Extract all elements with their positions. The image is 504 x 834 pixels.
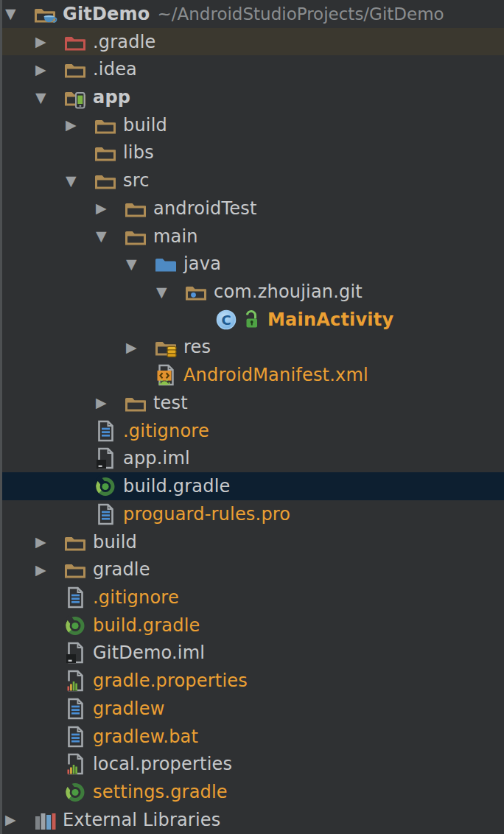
tree-item-label: gradle — [93, 559, 150, 580]
tree-row-com-zhoujian-git[interactable]: ▼com.zhoujian.git — [0, 278, 504, 306]
triangle-down-icon[interactable]: ▼ — [35, 91, 63, 105]
tree-item-label: androidTest — [153, 198, 257, 219]
tree-row-proguard-rules-pro[interactable]: proguard-rules.pro — [0, 500, 504, 528]
tree-item-label: GitDemo — [63, 4, 150, 24]
tree-row-androidtest[interactable]: ▶androidTest — [0, 195, 504, 222]
folder-icon — [93, 140, 118, 165]
triangle-right-icon[interactable]: ▶ — [35, 35, 63, 49]
tree-item-label: build.gradle — [123, 476, 231, 497]
folder-icon — [63, 557, 88, 582]
tree-row-gradle[interactable]: ▶gradle — [0, 556, 504, 584]
triangle-down-icon[interactable]: ▼ — [95, 229, 123, 243]
tree-row-gitdemo-iml[interactable]: GitDemo.iml — [0, 639, 504, 667]
triangle-right-icon[interactable]: ▶ — [125, 340, 153, 354]
tree-item-label: build — [93, 532, 137, 553]
tree-row--gitignore[interactable]: .gitignore — [0, 584, 504, 612]
tree-item-label: .gitignore — [93, 587, 179, 608]
tree-row-src[interactable]: ▼src — [0, 167, 504, 195]
tree-row-test[interactable]: ▶test — [0, 389, 504, 417]
folder-icon — [123, 224, 148, 249]
tree-row--gitignore[interactable]: .gitignore — [0, 417, 504, 445]
properties-file-icon — [63, 668, 88, 693]
tree-item-label: build.gradle — [93, 615, 200, 636]
project-path: ~/AndroidStudioProjects/GitDemo — [158, 4, 444, 24]
android-module-icon — [63, 85, 88, 110]
tree-item-label: proguard-rules.pro — [123, 504, 290, 525]
tree-item-label: settings.gradle — [93, 782, 228, 802]
triangle-down-icon[interactable]: ▼ — [65, 174, 93, 188]
triangle-right-icon[interactable]: ▶ — [4, 813, 32, 827]
tree-item-label: main — [153, 226, 198, 247]
tree-row-app[interactable]: ▼app — [0, 83, 504, 111]
tree-item-label: gradle.properties — [93, 670, 248, 691]
unlock-icon — [242, 307, 262, 332]
triangle-right-icon[interactable]: ▶ — [95, 201, 123, 215]
triangle-right-icon[interactable]: ▶ — [35, 563, 63, 577]
panel-left-edge — [0, 0, 2, 834]
tree-row-app-iml[interactable]: app.iml — [0, 445, 504, 473]
manifest-file-icon — [153, 362, 178, 388]
tree-row-gradlew-bat[interactable]: gradlew.bat — [0, 723, 504, 751]
class-icon: C — [214, 307, 239, 332]
tree-item-label: build — [123, 115, 167, 136]
tree-row--idea[interactable]: ▶.idea — [0, 55, 504, 83]
triangle-right-icon[interactable]: ▶ — [35, 535, 63, 549]
folder-icon — [123, 390, 148, 416]
tree-row-gradlew[interactable]: gradlew — [0, 695, 504, 723]
tree-row-main[interactable]: ▼main — [0, 222, 504, 250]
tree-row-java[interactable]: ▼java — [0, 250, 504, 278]
gradle-file-icon — [63, 779, 88, 805]
svg-text:C: C — [221, 312, 231, 327]
text-file-icon — [63, 696, 88, 721]
text-file-icon — [63, 724, 88, 749]
tree-row-gradle-properties[interactable]: gradle.properties — [0, 667, 504, 695]
package-icon — [183, 279, 209, 304]
tree-row-libs[interactable]: libs — [0, 139, 504, 167]
tree-item-label: gradlew.bat — [93, 726, 198, 747]
tree-row--gradle[interactable]: ▶.gradle — [0, 28, 504, 56]
folder-icon — [63, 530, 88, 555]
tree-row-gitdemo[interactable]: ▼GitDemo~/AndroidStudioProjects/GitDemo — [0, 0, 504, 28]
tree-item-label: External Libraries — [63, 810, 220, 830]
tree-row-mainactivity[interactable]: CMainActivity — [0, 306, 504, 334]
tree-item-label: GitDemo.iml — [93, 642, 205, 663]
module-file-icon — [63, 640, 88, 665]
tree-item-label: src — [123, 170, 150, 191]
tree-row-local-properties[interactable]: local.properties — [0, 750, 504, 778]
tree-row-settings-gradle[interactable]: settings.gradle — [0, 778, 504, 806]
excluded-folder-icon — [63, 29, 88, 55]
folder-icon — [63, 57, 88, 82]
module-file-icon — [93, 446, 118, 471]
tree-item-label: gradlew — [93, 698, 165, 719]
tree-row-build[interactable]: ▶build — [0, 111, 504, 139]
tree-row-build[interactable]: ▶build — [0, 528, 504, 556]
tree-item-label: AndroidManifest.xml — [183, 365, 368, 385]
tree-item-label: com.zhoujian.git — [214, 281, 363, 302]
tree-row-external-libraries[interactable]: ▶External Libraries — [0, 806, 504, 834]
tree-item-label: java — [183, 253, 221, 274]
source-folder-icon — [153, 251, 178, 276]
gradle-file-icon — [63, 613, 88, 638]
libraries-icon — [32, 807, 57, 833]
tree-item-label: libs — [123, 142, 154, 163]
folder-icon — [93, 113, 118, 138]
triangle-down-icon[interactable]: ▼ — [125, 257, 153, 271]
tree-row-build-gradle[interactable]: build.gradle — [0, 612, 504, 639]
tree-row-build-gradle[interactable]: build.gradle — [0, 472, 504, 500]
triangle-right-icon[interactable]: ▶ — [35, 63, 63, 77]
triangle-right-icon[interactable]: ▶ — [65, 118, 93, 132]
tree-row-androidmanifest-xml[interactable]: AndroidManifest.xml — [0, 361, 504, 389]
tree-item-label: app.iml — [123, 448, 190, 469]
tree-item-label: app — [93, 87, 130, 108]
tree-row-res[interactable]: ▶res — [0, 334, 504, 362]
text-file-icon — [93, 502, 118, 527]
project-tree: ▼GitDemo~/AndroidStudioProjects/GitDemo▶… — [0, 0, 504, 834]
tree-item-label: .idea — [93, 59, 137, 80]
resources-folder-icon — [153, 334, 178, 360]
triangle-down-icon[interactable]: ▼ — [155, 285, 183, 299]
gradle-file-icon — [93, 474, 118, 499]
triangle-down-icon[interactable]: ▼ — [4, 7, 32, 21]
triangle-right-icon[interactable]: ▶ — [95, 396, 123, 410]
folder-icon — [93, 168, 118, 193]
project-folder-icon — [32, 1, 57, 27]
